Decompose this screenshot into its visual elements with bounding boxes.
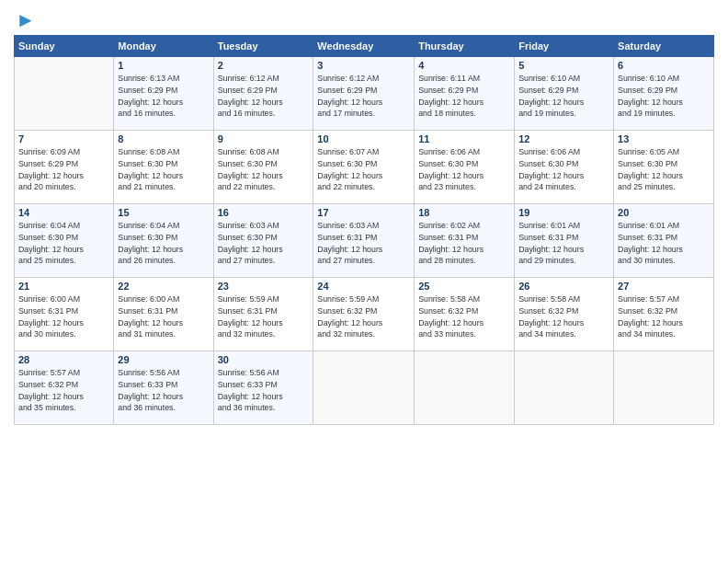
day-number: 7 (18, 133, 109, 144)
calendar-cell: 28Sunrise: 5:57 AM Sunset: 6:32 PM Dayli… (15, 351, 114, 425)
day-number: 12 (518, 133, 609, 144)
day-number: 15 (118, 207, 209, 218)
day-info: Sunrise: 6:08 AM Sunset: 6:30 PM Dayligh… (118, 146, 209, 193)
day-number: 2 (218, 60, 310, 71)
day-info: Sunrise: 6:11 AM Sunset: 6:29 PM Dayligh… (418, 73, 510, 120)
logo-bird-icon: ► (16, 8, 36, 31)
weekday-header: Sunday (15, 36, 114, 57)
calendar-cell (415, 351, 515, 425)
day-number: 25 (418, 281, 510, 292)
logo: ► (14, 9, 36, 29)
day-number: 11 (418, 133, 510, 144)
day-info: Sunrise: 6:12 AM Sunset: 6:29 PM Dayligh… (218, 73, 310, 120)
day-info: Sunrise: 5:58 AM Sunset: 6:32 PM Dayligh… (518, 293, 609, 340)
calendar-cell: 23Sunrise: 5:59 AM Sunset: 6:31 PM Dayli… (213, 278, 313, 351)
weekday-header: Tuesday (213, 36, 313, 57)
calendar-cell: 21Sunrise: 6:00 AM Sunset: 6:31 PM Dayli… (15, 278, 114, 351)
day-number: 26 (518, 281, 609, 292)
day-number: 3 (317, 60, 410, 71)
calendar-cell: 25Sunrise: 5:58 AM Sunset: 6:32 PM Dayli… (415, 278, 515, 351)
day-number: 21 (18, 281, 109, 292)
header: ► (14, 9, 714, 29)
day-info: Sunrise: 6:06 AM Sunset: 6:30 PM Dayligh… (418, 146, 510, 193)
day-info: Sunrise: 6:00 AM Sunset: 6:31 PM Dayligh… (118, 293, 209, 340)
day-info: Sunrise: 6:06 AM Sunset: 6:30 PM Dayligh… (518, 146, 609, 193)
calendar-cell (515, 351, 614, 425)
day-info: Sunrise: 6:07 AM Sunset: 6:30 PM Dayligh… (317, 146, 410, 193)
day-number: 19 (518, 207, 609, 218)
day-info: Sunrise: 6:00 AM Sunset: 6:31 PM Dayligh… (18, 293, 109, 340)
day-number: 9 (218, 133, 310, 144)
calendar-cell: 8Sunrise: 6:08 AM Sunset: 6:30 PM Daylig… (114, 131, 213, 204)
day-info: Sunrise: 6:10 AM Sunset: 6:29 PM Dayligh… (618, 73, 710, 120)
calendar-cell: 7Sunrise: 6:09 AM Sunset: 6:29 PM Daylig… (15, 131, 114, 204)
day-number: 14 (18, 207, 109, 218)
calendar-cell: 11Sunrise: 6:06 AM Sunset: 6:30 PM Dayli… (415, 131, 515, 204)
day-info: Sunrise: 5:59 AM Sunset: 6:32 PM Dayligh… (317, 293, 410, 340)
calendar-cell: 12Sunrise: 6:06 AM Sunset: 6:30 PM Dayli… (515, 131, 614, 204)
day-info: Sunrise: 5:56 AM Sunset: 6:33 PM Dayligh… (218, 367, 310, 414)
weekday-header: Friday (515, 36, 614, 57)
day-number: 20 (618, 207, 710, 218)
calendar-cell: 1Sunrise: 6:13 AM Sunset: 6:29 PM Daylig… (114, 57, 213, 131)
day-info: Sunrise: 6:04 AM Sunset: 6:30 PM Dayligh… (18, 220, 109, 267)
day-number: 22 (118, 281, 209, 292)
day-info: Sunrise: 6:08 AM Sunset: 6:30 PM Dayligh… (218, 146, 310, 193)
calendar-cell: 4Sunrise: 6:11 AM Sunset: 6:29 PM Daylig… (415, 57, 515, 131)
day-info: Sunrise: 6:05 AM Sunset: 6:30 PM Dayligh… (618, 146, 710, 193)
day-info: Sunrise: 6:03 AM Sunset: 6:30 PM Dayligh… (218, 220, 310, 267)
day-number: 1 (118, 60, 209, 71)
day-number: 8 (118, 133, 209, 144)
day-number: 29 (118, 354, 209, 365)
calendar-table: SundayMondayTuesdayWednesdayThursdayFrid… (14, 35, 714, 425)
calendar-cell: 27Sunrise: 5:57 AM Sunset: 6:32 PM Dayli… (614, 278, 714, 351)
weekday-header: Wednesday (313, 36, 415, 57)
day-info: Sunrise: 5:56 AM Sunset: 6:33 PM Dayligh… (118, 367, 209, 414)
day-info: Sunrise: 6:02 AM Sunset: 6:31 PM Dayligh… (418, 220, 510, 267)
calendar-cell: 6Sunrise: 6:10 AM Sunset: 6:29 PM Daylig… (614, 57, 714, 131)
day-number: 4 (418, 60, 510, 71)
day-number: 6 (618, 60, 710, 71)
day-info: Sunrise: 6:13 AM Sunset: 6:29 PM Dayligh… (118, 73, 209, 120)
calendar-cell: 3Sunrise: 6:12 AM Sunset: 6:29 PM Daylig… (313, 57, 415, 131)
calendar-cell: 14Sunrise: 6:04 AM Sunset: 6:30 PM Dayli… (15, 204, 114, 278)
day-number: 16 (218, 207, 310, 218)
day-info: Sunrise: 6:10 AM Sunset: 6:29 PM Dayligh… (518, 73, 609, 120)
calendar-cell: 18Sunrise: 6:02 AM Sunset: 6:31 PM Dayli… (415, 204, 515, 278)
calendar-cell: 19Sunrise: 6:01 AM Sunset: 6:31 PM Dayli… (515, 204, 614, 278)
weekday-header: Monday (114, 36, 213, 57)
calendar-cell: 22Sunrise: 6:00 AM Sunset: 6:31 PM Dayli… (114, 278, 213, 351)
day-number: 10 (317, 133, 410, 144)
day-number: 13 (618, 133, 710, 144)
weekday-header: Thursday (415, 36, 515, 57)
calendar-cell: 16Sunrise: 6:03 AM Sunset: 6:30 PM Dayli… (213, 204, 313, 278)
weekday-header: Saturday (614, 36, 714, 57)
day-info: Sunrise: 6:04 AM Sunset: 6:30 PM Dayligh… (118, 220, 209, 267)
day-info: Sunrise: 6:09 AM Sunset: 6:29 PM Dayligh… (18, 146, 109, 193)
day-number: 27 (618, 281, 710, 292)
calendar-cell: 2Sunrise: 6:12 AM Sunset: 6:29 PM Daylig… (213, 57, 313, 131)
day-number: 5 (518, 60, 609, 71)
day-number: 23 (218, 281, 310, 292)
calendar-cell: 10Sunrise: 6:07 AM Sunset: 6:30 PM Dayli… (313, 131, 415, 204)
calendar-cell: 30Sunrise: 5:56 AM Sunset: 6:33 PM Dayli… (213, 351, 313, 425)
day-info: Sunrise: 5:57 AM Sunset: 6:32 PM Dayligh… (18, 367, 109, 414)
calendar-cell: 15Sunrise: 6:04 AM Sunset: 6:30 PM Dayli… (114, 204, 213, 278)
day-number: 17 (317, 207, 410, 218)
calendar-cell: 24Sunrise: 5:59 AM Sunset: 6:32 PM Dayli… (313, 278, 415, 351)
calendar-cell: 5Sunrise: 6:10 AM Sunset: 6:29 PM Daylig… (515, 57, 614, 131)
day-info: Sunrise: 6:01 AM Sunset: 6:31 PM Dayligh… (518, 220, 609, 267)
calendar-cell (15, 57, 114, 131)
calendar-cell: 20Sunrise: 6:01 AM Sunset: 6:31 PM Dayli… (614, 204, 714, 278)
day-info: Sunrise: 5:58 AM Sunset: 6:32 PM Dayligh… (418, 293, 510, 340)
calendar-cell: 13Sunrise: 6:05 AM Sunset: 6:30 PM Dayli… (614, 131, 714, 204)
day-number: 30 (218, 354, 310, 365)
calendar-cell: 17Sunrise: 6:03 AM Sunset: 6:31 PM Dayli… (313, 204, 415, 278)
calendar-cell: 26Sunrise: 5:58 AM Sunset: 6:32 PM Dayli… (515, 278, 614, 351)
day-number: 18 (418, 207, 510, 218)
calendar-cell (614, 351, 714, 425)
day-number: 28 (18, 354, 109, 365)
day-info: Sunrise: 6:12 AM Sunset: 6:29 PM Dayligh… (317, 73, 410, 120)
day-number: 24 (317, 281, 410, 292)
calendar-cell: 9Sunrise: 6:08 AM Sunset: 6:30 PM Daylig… (213, 131, 313, 204)
